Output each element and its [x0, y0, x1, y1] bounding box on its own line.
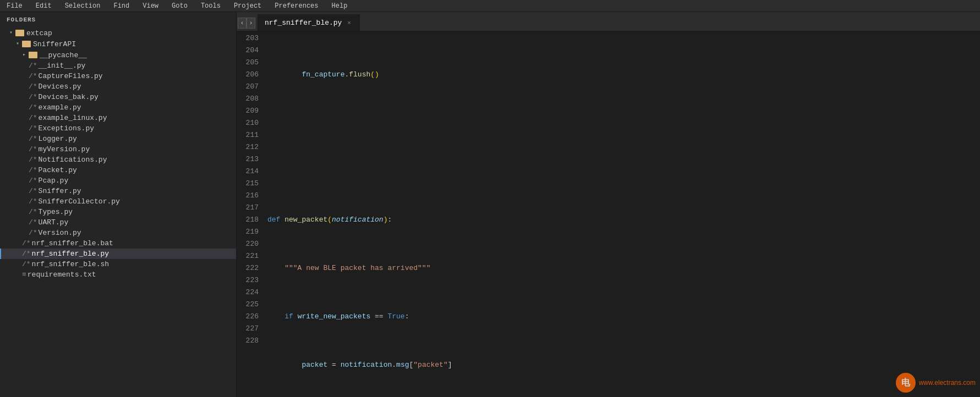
code-editor[interactable]: 203 204 205 206 207 208 209 210 211 212 … [237, 31, 980, 397]
sidebar-item-notifications[interactable]: /* Notifications.py [0, 155, 236, 165]
file-prefix: /* [29, 187, 37, 195]
file-prefix: /* [29, 124, 37, 133]
sidebar-item-exceptions[interactable]: /* Exceptions.py [0, 123, 236, 134]
sidebar-item-nrf-ble-py[interactable]: /* nrf_sniffer_ble.py [0, 249, 236, 259]
main-layout: FOLDERS extcap SnifferAPI __pycache__ /*… [0, 12, 980, 397]
file-prefix: /* [29, 177, 37, 185]
code-line-203: fn_capture.flush() [265, 69, 969, 81]
nav-arrows: ‹ › [238, 18, 255, 29]
sidebar-item-label: nrf_sniffer_ble.bat [32, 239, 113, 247]
sidebar-item-label: Sniffer.py [39, 187, 81, 195]
tab-close-button[interactable]: × [345, 19, 353, 27]
file-prefix: /* [29, 114, 37, 122]
tab-label: nrf_sniffer_ble.py [265, 19, 342, 27]
watermark: 电 www.electrans.com [896, 373, 976, 393]
sidebar-item-uart[interactable]: /* UART.py [0, 217, 236, 228]
code-line-208: if write_new_packets == True: [265, 311, 969, 323]
sidebar-item-version[interactable]: /* Version.py [0, 228, 236, 238]
nav-back-button[interactable]: ‹ [238, 18, 247, 29]
menu-tools[interactable]: Tools [199, 1, 223, 11]
code-line-207: """A new BLE packet has arrived""" [265, 262, 969, 274]
file-prefix: /* [22, 239, 31, 247]
code-line-209: packet = notification.msg["packet"] [265, 359, 969, 371]
sidebar-item-label: Notifications.py [39, 156, 107, 164]
sidebar-item-example[interactable]: /* example.py [0, 102, 236, 113]
sidebar-item-init[interactable]: /* __init__.py [0, 60, 236, 71]
sidebar-item-capturefiles[interactable]: /* CaptureFiles.py [0, 71, 236, 81]
menu-edit[interactable]: Edit [34, 1, 54, 11]
menu-project[interactable]: Project [232, 1, 264, 11]
arrow-icon [7, 29, 15, 37]
sidebar-item-label: UART.py [39, 218, 69, 227]
file-prefix: /* [29, 229, 37, 237]
sidebar-item-label: Logger.py [39, 135, 77, 143]
file-prefix: /* [29, 72, 37, 80]
file-prefix: /* [29, 166, 37, 174]
folder-icon [22, 41, 31, 47]
code-content: fn_capture.flush() def new_packet(notifi… [265, 31, 980, 397]
sidebar-item-label: SnifferCollector.py [39, 197, 120, 206]
menu-goto[interactable]: Goto [169, 1, 190, 11]
tab-nrf-sniffer[interactable]: nrf_sniffer_ble.py × [258, 14, 360, 31]
menu-help[interactable]: Help [330, 1, 350, 11]
code-line-206: def new_packet(notification): [265, 214, 969, 226]
sidebar-item-label: requirements.txt [28, 271, 96, 279]
tab-bar: ‹ › nrf_sniffer_ble.py × [237, 12, 980, 31]
file-prefix: /* [22, 260, 31, 268]
sidebar-item-label: myVersion.py [39, 145, 90, 153]
sidebar-item-sniffer[interactable]: /* Sniffer.py [0, 186, 236, 196]
sidebar-item-snifferapi[interactable]: SnifferAPI [0, 38, 236, 49]
editor-area: ‹ › nrf_sniffer_ble.py × 203 204 205 206… [237, 12, 980, 397]
sidebar-item-label: Devices.py [39, 82, 81, 91]
sidebar-item-bat[interactable]: /* nrf_sniffer_ble.bat [0, 238, 236, 249]
sidebar-item-logger[interactable]: /* Logger.py [0, 134, 236, 144]
file-prefix: ≡ [22, 271, 26, 279]
sidebar-item-label: CaptureFiles.py [39, 72, 103, 80]
nav-forward-button[interactable]: › [247, 18, 255, 29]
sidebar-item-label: Types.py [39, 208, 73, 216]
file-prefix: /* [29, 135, 37, 143]
sidebar-item-label: example.py [39, 103, 81, 112]
sidebar-item-example-linux[interactable]: /* example_linux.py [0, 113, 236, 123]
sidebar-item-label: Devices_bak.py [39, 93, 98, 101]
menubar: File Edit Selection Find View Goto Tools… [0, 0, 980, 12]
arrow-icon [13, 40, 22, 48]
folder-icon [15, 30, 24, 36]
sidebar-item-pycache[interactable]: __pycache__ [0, 49, 236, 60]
sidebar-item-devices-bak[interactable]: /* Devices_bak.py [0, 92, 236, 102]
sidebar-item-pcap[interactable]: /* Pcap.py [0, 175, 236, 186]
sidebar-item-label: example_linux.py [39, 114, 107, 122]
menu-file[interactable]: File [4, 1, 25, 11]
sidebar-item-label: nrf_sniffer_ble.py [32, 250, 109, 258]
sidebar-item-sh[interactable]: /* nrf_sniffer_ble.sh [0, 259, 236, 269]
sidebar-item-devices[interactable]: /* Devices.py [0, 81, 236, 92]
line-numbers: 203 204 205 206 207 208 209 210 211 212 … [237, 31, 265, 397]
arrow-icon [20, 51, 29, 59]
file-prefix: /* [29, 156, 37, 164]
sidebar-item-extcap[interactable]: extcap [0, 27, 236, 38]
sidebar-item-packet[interactable]: /* Packet.py [0, 165, 236, 175]
menu-view[interactable]: View [140, 1, 161, 11]
file-prefix: /* [29, 103, 37, 112]
sidebar-item-label: extcap [26, 29, 52, 37]
watermark-logo: 电 [896, 373, 916, 393]
menu-selection[interactable]: Selection [63, 1, 103, 11]
file-prefix: /* [29, 197, 37, 206]
menu-find[interactable]: Find [111, 1, 132, 11]
sidebar-item-sniffercollector[interactable]: /* SnifferCollector.py [0, 196, 236, 207]
file-prefix: /* [29, 218, 37, 227]
sidebar-item-label: Exceptions.py [39, 124, 94, 133]
file-prefix: /* [29, 82, 37, 91]
sidebar-item-label: Pcap.py [39, 177, 69, 185]
file-prefix: /* [22, 250, 31, 258]
sidebar-item-requirements[interactable]: ≡ requirements.txt [0, 269, 236, 280]
sidebar-item-types[interactable]: /* Types.py [0, 207, 236, 217]
file-prefix: /* [29, 93, 37, 101]
sidebar-item-label: Packet.py [39, 166, 77, 174]
sidebar-item-myversion[interactable]: /* myVersion.py [0, 144, 236, 155]
sidebar-item-label: SnifferAPI [33, 40, 76, 48]
sidebar-item-label: __pycache__ [40, 51, 87, 59]
sidebar-item-label: nrf_sniffer_ble.sh [32, 260, 109, 268]
menu-preferences[interactable]: Preferences [272, 1, 320, 11]
sidebar-item-label: Version.py [39, 229, 81, 237]
